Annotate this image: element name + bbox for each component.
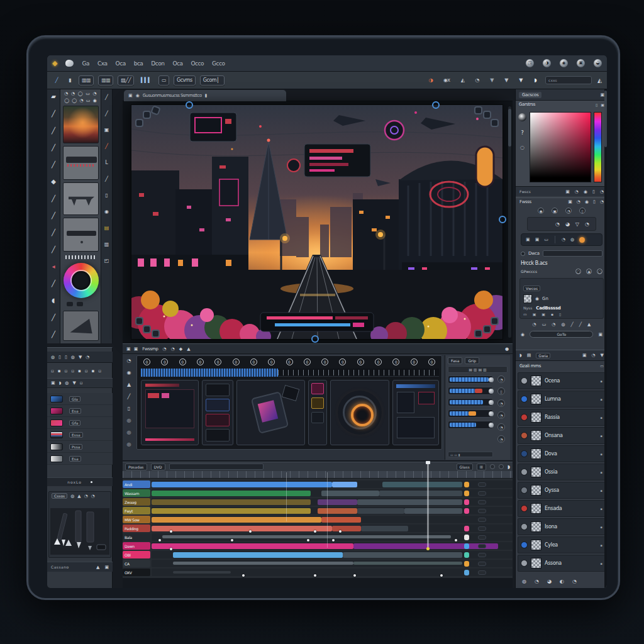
transport-chip[interactable]: DVD <box>151 464 165 470</box>
menu-item[interactable]: Gcco <box>212 60 225 67</box>
layer-row[interactable]: Assona ▪ <box>518 555 606 572</box>
frame-thumbnail-5[interactable] <box>330 380 389 445</box>
option-toggle[interactable]: ▣ <box>586 269 592 274</box>
track-end-dot[interactable] <box>464 535 469 540</box>
panel-icon[interactable]: ◔ <box>93 91 97 96</box>
clip-segment[interactable] <box>404 508 462 514</box>
layer-options-icon[interactable]: ▪ <box>601 379 602 383</box>
layer-row[interactable]: Lumna ▪ <box>518 391 606 408</box>
footer-button[interactable]: ◐ <box>560 579 564 584</box>
round-button[interactable]: ◉ <box>538 208 544 214</box>
track-label[interactable]: MW Sow <box>123 516 150 523</box>
layer-visibility-dot[interactable] <box>521 469 528 475</box>
track-lane[interactable] <box>152 560 513 567</box>
edge-handle-top-right[interactable] <box>432 101 440 109</box>
panel-icon[interactable]: ▲ <box>77 494 80 499</box>
panel-icon[interactable]: ▭ <box>523 312 527 316</box>
toolbar-button[interactable]: ╱ <box>52 75 61 86</box>
transport-field[interactable] <box>169 464 264 470</box>
frame-ruler-mark[interactable]: 0 <box>214 358 221 365</box>
window-icon[interactable]: ◳ <box>526 59 534 67</box>
panel-icon[interactable]: ◍ <box>561 322 565 327</box>
frame-ruler-mark[interactable]: 0 <box>143 358 150 365</box>
segment-icon[interactable]: ◔ <box>562 237 565 242</box>
slider-knob[interactable] <box>489 377 494 382</box>
layer-options-icon[interactable]: ▪ <box>601 397 602 401</box>
tool-icon[interactable]: ▰ <box>51 93 56 100</box>
toolbar-icon[interactable]: ▼ <box>516 75 525 86</box>
footer-button[interactable]: ◔ <box>535 579 539 584</box>
frame-ruler-mark[interactable]: 0 <box>392 358 399 365</box>
frame-ruler-mark[interactable]: 0 <box>161 358 168 365</box>
keyframe-dot[interactable] <box>158 539 161 541</box>
swatch-row[interactable]: Esa <box>47 405 113 417</box>
panel-icon[interactable]: ▣ <box>126 347 131 352</box>
panel-icon[interactable]: ◔ <box>84 494 88 499</box>
tool-icon[interactable]: ╱ <box>105 111 108 116</box>
edge-handle-right[interactable] <box>499 216 506 223</box>
track-tail-handle[interactable] <box>478 544 486 548</box>
tool-icon[interactable]: ╱ <box>52 110 55 117</box>
doc-tab-pin-icon[interactable]: ▮ <box>205 93 208 98</box>
clip-segment[interactable] <box>318 508 357 514</box>
thumbnail-sunset-image[interactable] <box>63 106 99 143</box>
edge-handle-top-left[interactable] <box>186 101 193 109</box>
panel-icon[interactable]: ◔ <box>91 494 95 499</box>
tool-icon[interactable]: ▥ <box>104 242 109 247</box>
toolbar-icon[interactable]: ◉x <box>441 75 453 86</box>
thumbnail-sketch-bar[interactable] <box>63 218 99 252</box>
playhead[interactable] <box>428 462 428 548</box>
toolbar-icon[interactable]: ◔ <box>473 75 482 86</box>
panel-icon[interactable]: ◔ <box>533 322 536 327</box>
layer-thumbnail[interactable] <box>531 503 541 514</box>
edge-handle-bottom[interactable] <box>311 335 319 343</box>
menu-item[interactable]: Dcon <box>151 60 164 67</box>
keyframe-dot[interactable] <box>231 539 233 541</box>
sample-ring-icon[interactable]: ◌ <box>520 145 525 150</box>
panel-icon[interactable]: ◆ <box>179 347 182 352</box>
clip-slider[interactable] <box>448 387 493 395</box>
layer-options-icon[interactable]: ▪ <box>601 470 602 474</box>
tool-icon[interactable]: L <box>105 160 108 165</box>
layer-thumbnail[interactable] <box>531 430 541 441</box>
frame-ruler-mark[interactable]: 0 <box>339 358 346 365</box>
panel-icon[interactable]: ▯ <box>58 355 61 360</box>
panel-icon[interactable]: ◔ <box>552 322 555 327</box>
panel-icon[interactable]: ▯ <box>128 406 130 411</box>
menu-item[interactable]: Oca <box>172 60 182 67</box>
right-tab-label[interactable]: Gacscos <box>519 92 541 98</box>
frame-ruler-mark[interactable]: 0 <box>286 358 293 365</box>
tool-icon[interactable]: ╱ <box>105 143 108 149</box>
slider-knob[interactable] <box>489 400 494 405</box>
clip-segment[interactable] <box>152 517 321 523</box>
toolbar-button[interactable]: ▨╱╱ <box>118 75 134 86</box>
frame-ruler-mark[interactable]: 0 <box>304 358 311 365</box>
layers-toolbar-chip[interactable]: Gwia <box>536 353 550 358</box>
track-end-dot[interactable] <box>464 508 469 514</box>
panel-icon[interactable]: ◔ <box>64 91 68 96</box>
keyframe-dot[interactable] <box>353 574 356 577</box>
round-button[interactable]: ◔ <box>497 411 505 419</box>
clip-segment[interactable] <box>332 482 357 487</box>
round-button[interactable]: ▯ <box>497 387 505 395</box>
clip-segment[interactable] <box>173 571 231 574</box>
layer-options-icon[interactable]: ▪ <box>601 434 602 438</box>
window-icon[interactable]: ◑ <box>543 59 551 67</box>
slider-knob[interactable] <box>489 411 494 416</box>
panel-icon[interactable]: ◔ <box>575 189 579 194</box>
footer-target-icon[interactable]: ◉ <box>521 332 525 337</box>
panel-icon[interactable]: ▣ <box>541 312 545 316</box>
panel-icon[interactable]: ▭ <box>542 322 547 327</box>
track-lane[interactable] <box>152 498 513 506</box>
layer-options-icon[interactable]: ▪ <box>601 452 602 456</box>
tool-icon[interactable]: ▯ <box>105 192 108 198</box>
layers-title-chip[interactable]: ▭ <box>600 364 604 368</box>
window-icon[interactable]: ◒ <box>594 59 602 67</box>
track-label[interactable]: Padding <box>123 525 150 532</box>
panel-icon[interactable]: ◔ <box>171 347 175 352</box>
footer-button[interactable]: ◕ <box>547 579 552 584</box>
slider-knob[interactable] <box>489 389 494 394</box>
panel-icon[interactable]: ◔ <box>71 91 75 96</box>
panel-icon[interactable]: ╱ <box>128 394 131 399</box>
tool-icon[interactable]: ◖ <box>52 297 55 304</box>
